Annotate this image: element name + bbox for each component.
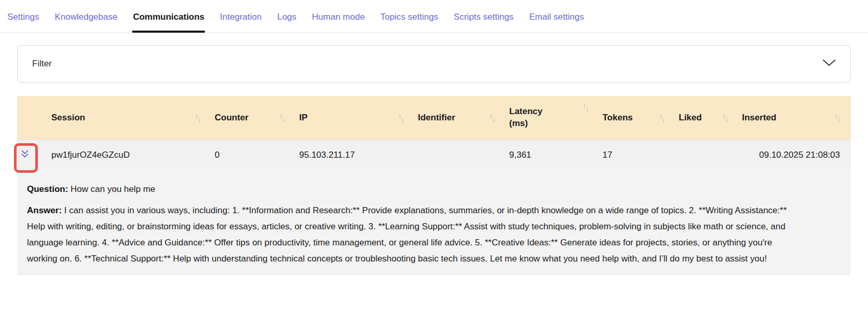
header-cell-identifier[interactable]: Identifier ↑↓ [411, 96, 502, 140]
sort-icon[interactable]: ↑↓ [195, 114, 201, 122]
column-label: Tokens [603, 112, 633, 124]
column-label: Session [51, 112, 85, 124]
tab-integration[interactable]: Integration [219, 0, 262, 33]
cell-liked [671, 140, 735, 170]
cell-latency: 9,361 [502, 140, 595, 170]
header-cell-latency[interactable]: Latency (ms) ↑↓ [502, 96, 595, 140]
sort-icon[interactable]: ↑↓ [583, 103, 589, 112]
filter-panel-toggle[interactable]: Filter [17, 45, 851, 82]
answer-label: Answer: [27, 205, 62, 215]
double-chevron-down-icon [20, 149, 30, 161]
header-cell-liked[interactable]: Liked ↑↓ [671, 96, 735, 140]
sort-icon[interactable]: ↑↓ [398, 114, 404, 122]
header-cell-tokens[interactable]: Tokens ↑↓ [595, 96, 671, 140]
header-cell-ip[interactable]: IP ↑↓ [292, 96, 411, 140]
header-cell-expander [17, 96, 44, 140]
sort-icon[interactable]: ↑↓ [722, 114, 728, 122]
column-label: Identifier [418, 112, 455, 124]
header-cell-session[interactable]: Session ↑↓ [44, 96, 207, 140]
filter-label: Filter [32, 59, 52, 69]
cell-inserted: 09.10.2025 21:08:03 [735, 140, 847, 170]
header-cell-counter[interactable]: Counter ↑↓ [207, 96, 292, 140]
column-label: Inserted [742, 112, 776, 124]
column-label: Liked [679, 112, 702, 124]
cell-session: pw1fjurOZ4eGZcuD [44, 140, 207, 170]
answer-line: Answer: I can assist you in various ways… [27, 202, 794, 267]
question-text: How can you help me [71, 184, 155, 194]
cell-counter: 0 [207, 140, 292, 170]
table-header-row: Session ↑↓ Counter ↑↓ IP ↑↓ Identifier ↑… [17, 96, 851, 140]
header-cell-inserted[interactable]: Inserted ↑↓ [735, 96, 847, 140]
main-content: Filter Session ↑↓ Counter ↑↓ IP ↑↓ Ident… [17, 45, 851, 275]
cell-tokens: 17 [595, 140, 671, 170]
tab-settings[interactable]: Settings [7, 0, 39, 33]
sort-icon[interactable]: ↑↓ [279, 114, 285, 122]
column-label: Counter [215, 112, 248, 124]
question-line: Question: How can you help me [27, 184, 794, 195]
cell-ip: 95.103.211.17 [292, 140, 411, 170]
expand-row-button[interactable] [20, 149, 30, 161]
chevron-down-icon[interactable] [822, 59, 836, 68]
question-label: Question: [27, 184, 68, 194]
sort-icon[interactable]: ↑↓ [835, 114, 841, 122]
sort-icon[interactable]: ↑↓ [659, 114, 665, 122]
communications-table: Session ↑↓ Counter ↑↓ IP ↑↓ Identifier ↑… [17, 96, 851, 275]
cell-identifier [411, 140, 502, 170]
sort-icon[interactable]: ↑↓ [489, 114, 495, 122]
cell-expander [17, 140, 44, 170]
answer-text: I can assist you in various ways, includ… [27, 205, 787, 264]
column-label: Latency (ms) [509, 106, 553, 130]
tab-knowledgebase[interactable]: Knowledgebase [54, 0, 118, 33]
table-row: pw1fjurOZ4eGZcuD 0 95.103.211.17 9,361 1… [17, 140, 851, 170]
tab-topics-settings[interactable]: Topics settings [380, 0, 439, 33]
tab-scripts-settings[interactable]: Scripts settings [453, 0, 514, 33]
row-details: Question: How can you help me Answer: I … [17, 170, 851, 275]
tab-communications[interactable]: Communications [132, 0, 205, 33]
tab-logs[interactable]: Logs [277, 0, 297, 33]
tab-email-settings[interactable]: Email settings [528, 0, 584, 33]
tab-bar: Settings Knowledgebase Communications In… [0, 0, 868, 33]
tab-human-mode[interactable]: Human mode [312, 0, 366, 33]
column-label: IP [299, 112, 307, 124]
